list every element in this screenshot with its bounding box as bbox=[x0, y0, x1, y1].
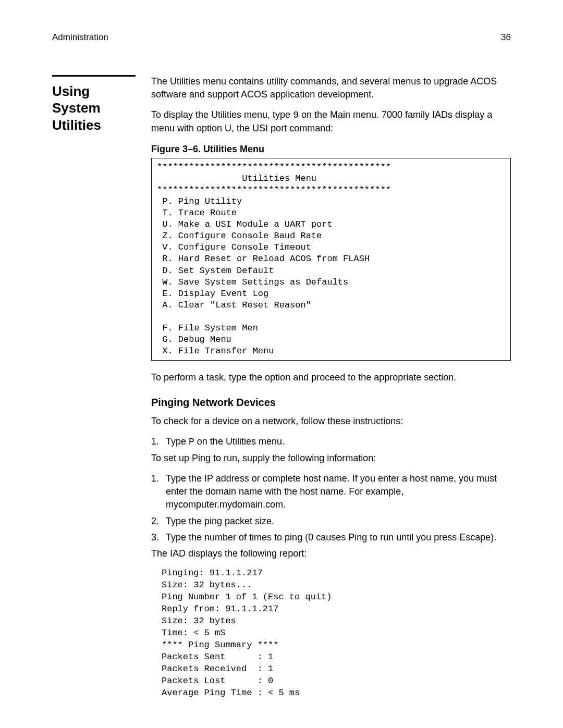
subheading-pinging: Pinging Network Devices bbox=[151, 395, 511, 410]
supply-step-2: 2. Type the ping packet size. bbox=[151, 515, 511, 528]
supply-step-1-text: Type the IP address or complete host nam… bbox=[166, 472, 511, 512]
header-section-name: Administration bbox=[52, 31, 108, 44]
report-intro: The IAD displays the following report: bbox=[151, 547, 511, 560]
supply-step-1: 1. Type the IP address or complete host … bbox=[151, 472, 511, 512]
supply-intro: To set up Ping to run, supply the follow… bbox=[151, 452, 511, 465]
supply-step-2-text: Type the ping packet size. bbox=[166, 515, 511, 528]
intro-paragraph-1: The Utilities menu contains utility comm… bbox=[151, 75, 511, 101]
supply-step-3: 3. Type the number of times to ping (0 c… bbox=[151, 531, 511, 544]
section-heading: Using System Utilities bbox=[52, 75, 136, 134]
header-page-number: 36 bbox=[501, 31, 511, 44]
pinging-intro: To check for a device on a network, foll… bbox=[151, 415, 511, 428]
intro-p2-text-a: To display the Utilities menu, type bbox=[151, 109, 293, 120]
right-column: The Utilities menu contains utility comm… bbox=[151, 75, 511, 710]
supply-step-2-number: 2. bbox=[151, 515, 166, 528]
supply-step-3-text: Type the number of times to ping (0 caus… bbox=[166, 531, 511, 544]
page-header: Administration 36 bbox=[52, 31, 511, 44]
supply-step-3-number: 3. bbox=[151, 531, 166, 544]
supply-step-1-number: 1. bbox=[151, 472, 166, 512]
step-1-number: 1. bbox=[151, 435, 166, 449]
step-1-text-b: on the Utilities menu. bbox=[194, 436, 285, 447]
left-column: Using System Utilities bbox=[52, 75, 136, 710]
intro-p2-code: 9 bbox=[293, 110, 299, 120]
content-area: Using System Utilities The Utilities men… bbox=[52, 75, 511, 710]
after-menu-paragraph: To perform a task, type the option and p… bbox=[151, 371, 511, 384]
step-1-text: Type P on the Utilities menu. bbox=[166, 435, 511, 449]
figure-caption: Figure 3–6. Utilities Menu bbox=[151, 143, 511, 156]
step-1: 1. Type P on the Utilities menu. bbox=[151, 435, 511, 449]
step-1-text-a: Type bbox=[166, 436, 189, 447]
ping-report-block: Pinging: 91.1.1.217 Size: 32 bytes... Pi… bbox=[162, 567, 511, 699]
step-1-code: P bbox=[189, 437, 194, 447]
utilities-menu-box: ****************************************… bbox=[151, 158, 511, 361]
intro-paragraph-2: To display the Utilities menu, type 9 on… bbox=[151, 108, 511, 135]
